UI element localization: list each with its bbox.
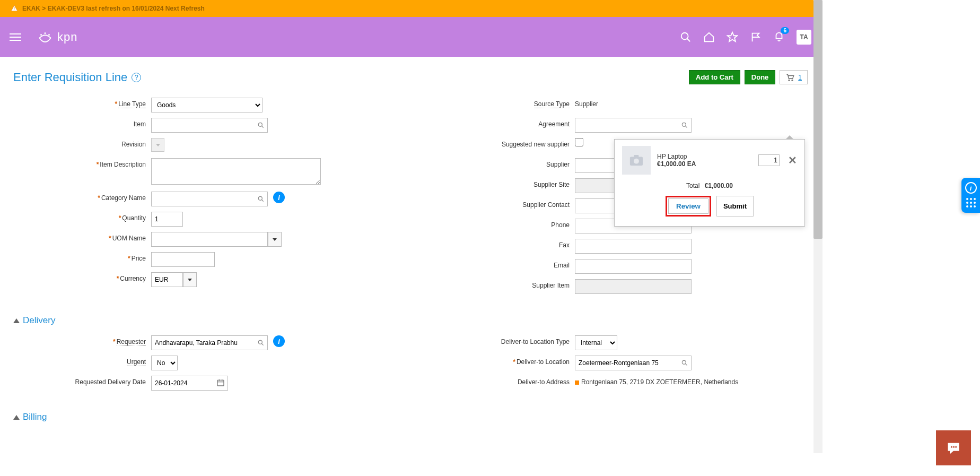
info-icon: i [965, 182, 977, 194]
quantity-input[interactable] [151, 212, 183, 227]
category-info-icon[interactable]: i [273, 192, 285, 203]
line-type-select[interactable]: Goods [151, 98, 262, 112]
environment-banner-text: EKAK > EKAK-DEV3 last refresh on 16/01/2… [22, 5, 205, 12]
price-label: Price [132, 255, 146, 262]
suggested-new-supplier-checkbox[interactable] [575, 138, 583, 146]
svg-point-29 [953, 446, 955, 448]
notifications-button[interactable]: 6 [773, 30, 785, 44]
cart-button[interactable]: 1 [780, 70, 808, 84]
review-highlight: Review [666, 196, 711, 217]
brand-logo[interactable]: kpn [37, 29, 77, 45]
urgent-label: Urgent [127, 358, 146, 366]
requester-info-icon[interactable]: i [273, 335, 285, 347]
urgent-select[interactable]: No [151, 356, 178, 370]
search-icon[interactable] [257, 339, 265, 347]
email-label: Email [554, 262, 570, 269]
review-button[interactable]: Review [668, 198, 708, 214]
camera-icon [629, 154, 644, 166]
svg-point-26 [634, 159, 639, 164]
search-icon[interactable] [681, 122, 688, 129]
item-description-label: Item Description [100, 161, 146, 168]
deliver-to-address-value: Rontgenlaan 75, 2719 DX ZOETERMEER, Neth… [575, 376, 738, 386]
help-icon[interactable]: ? [132, 73, 141, 82]
page-scrollbar[interactable] [813, 0, 822, 453]
warning-icon [11, 5, 18, 12]
chat-button[interactable] [936, 430, 971, 453]
svg-line-18 [262, 344, 264, 345]
requester-input[interactable] [151, 335, 268, 350]
cart-total-label: Total [686, 182, 699, 189]
svg-line-6 [687, 38, 690, 41]
cart-item-thumbnail [622, 146, 651, 175]
svg-point-4 [48, 34, 50, 36]
brand-text: kpn [57, 30, 77, 44]
nav-menu-button[interactable] [10, 33, 21, 41]
supplier-contact-label: Supplier Contact [522, 201, 570, 209]
agreement-label: Agreement [538, 120, 570, 128]
svg-point-2 [40, 34, 42, 36]
agreement-input[interactable] [575, 118, 692, 133]
revision-label: Revision [121, 141, 146, 148]
cart-popover: HP Laptop €1,000.00 EA ✕ Total €1,000.00… [614, 139, 805, 227]
cart-item-qty-input[interactable] [758, 154, 780, 166]
category-name-label: Category Name [101, 194, 146, 202]
flag-icon[interactable] [750, 31, 762, 43]
search-icon[interactable] [681, 359, 688, 367]
svg-rect-27 [634, 155, 639, 157]
svg-line-10 [262, 126, 264, 128]
svg-line-14 [686, 126, 687, 128]
deliver-to-address-label: Deliver-to Address [518, 378, 570, 386]
svg-point-28 [951, 446, 952, 448]
user-avatar[interactable]: TA [797, 30, 811, 45]
svg-point-8 [792, 80, 793, 81]
price-input[interactable] [151, 252, 215, 267]
search-icon[interactable] [257, 195, 265, 203]
search-icon[interactable] [257, 122, 265, 129]
svg-point-23 [682, 360, 686, 364]
environment-banner: EKAK > EKAK-DEV3 last refresh on 16/01/2… [0, 0, 821, 17]
search-icon[interactable] [680, 31, 692, 43]
category-name-input[interactable] [151, 192, 268, 206]
currency-input[interactable] [151, 272, 183, 287]
svg-point-13 [682, 123, 686, 126]
svg-point-17 [258, 340, 262, 344]
keypad-icon [966, 198, 976, 207]
item-description-input[interactable] [151, 158, 321, 185]
svg-point-9 [258, 123, 262, 126]
section-billing-header[interactable]: Billing [13, 412, 808, 422]
collapse-icon [13, 318, 20, 323]
cart-item-name: HP Laptop [657, 153, 752, 160]
star-icon[interactable] [727, 31, 738, 43]
revision-combo[interactable] [151, 138, 164, 152]
uom-name-label: UOM Name [112, 235, 146, 242]
currency-trigger[interactable] [183, 272, 197, 287]
home-icon[interactable] [703, 31, 715, 43]
deliver-to-location-type-select[interactable]: Internal [575, 335, 617, 350]
cart-item-price: €1,000.00 EA [657, 160, 752, 168]
cart-item-remove-button[interactable]: ✕ [788, 154, 797, 167]
fax-input[interactable] [575, 239, 692, 254]
chat-icon [945, 440, 962, 453]
currency-label: Currency [120, 275, 146, 282]
add-to-cart-button[interactable]: Add to Cart [689, 70, 740, 84]
notifications-count: 6 [781, 27, 789, 34]
suggested-new-supplier-label: Suggested new supplier [502, 141, 570, 148]
svg-rect-19 [217, 380, 224, 386]
supplier-item-input[interactable] [575, 279, 692, 294]
fax-label: Fax [559, 241, 570, 249]
item-input[interactable] [151, 118, 268, 133]
side-help-tab[interactable]: i [961, 178, 980, 213]
section-delivery-header[interactable]: Delivery [13, 315, 808, 326]
requested-delivery-date-label: Requested Delivery Date [75, 378, 146, 386]
svg-point-5 [681, 32, 688, 39]
done-button[interactable]: Done [745, 70, 776, 84]
calendar-icon[interactable] [216, 378, 225, 387]
line-type-label: Line Type [118, 100, 146, 108]
submit-button[interactable]: Submit [716, 196, 754, 217]
deliver-to-location-input[interactable] [575, 356, 692, 370]
uom-name-input[interactable] [151, 232, 268, 247]
uom-name-trigger[interactable] [268, 232, 282, 247]
svg-point-7 [789, 80, 790, 81]
cart-total-value: €1,000.00 [705, 182, 733, 189]
email-input[interactable] [575, 259, 692, 274]
